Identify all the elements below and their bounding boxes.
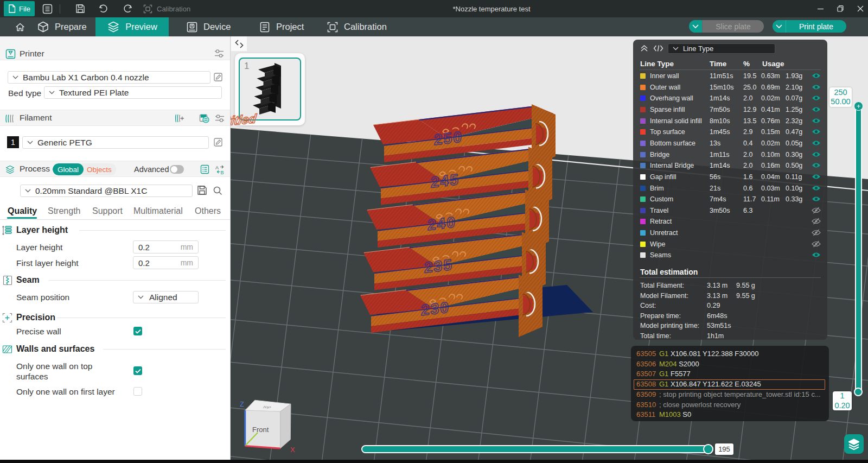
- filament-settings-icon[interactable]: [215, 114, 225, 123]
- bambu-studio-logo[interactable]: [844, 434, 864, 454]
- recent-files-icon[interactable]: [42, 4, 53, 16]
- line-type-visibility[interactable]: [812, 218, 821, 226]
- plate-thumbnail-card[interactable]: 1: [235, 53, 305, 125]
- print-plate-dropdown[interactable]: [773, 20, 786, 33]
- visibility-on-icon[interactable]: [812, 72, 821, 79]
- line-type-visibility[interactable]: [812, 128, 821, 137]
- one-wall-first-checkbox[interactable]: [133, 387, 142, 396]
- line-type-visibility[interactable]: [812, 162, 821, 170]
- filament-slot-number[interactable]: 1: [7, 136, 19, 148]
- seam-position-select[interactable]: Aligned: [133, 291, 199, 303]
- slice-plate-button[interactable]: Slice plate: [702, 20, 764, 33]
- tab-strength[interactable]: Strength: [48, 206, 80, 216]
- cube-front-label[interactable]: Front: [252, 426, 269, 434]
- layer-height-input[interactable]: 0.2 mm: [133, 240, 199, 253]
- line-type-visibility[interactable]: [812, 251, 821, 260]
- line-type-visibility[interactable]: [812, 106, 821, 115]
- filament-edit-icon[interactable]: [214, 137, 223, 147]
- printer-select[interactable]: Bambu Lab X1 Carbon 0.4 nozzle: [8, 71, 210, 84]
- gcode-line[interactable]: 63511 M1003 S0: [631, 410, 829, 421]
- visibility-off-icon[interactable]: [812, 207, 821, 214]
- filament-select[interactable]: Generic PETG: [22, 136, 209, 149]
- sidebar-collapse-button[interactable]: [231, 36, 247, 51]
- visibility-on-icon[interactable]: [812, 84, 821, 91]
- precise-wall-checkbox[interactable]: [133, 327, 142, 335]
- visibility-on-icon[interactable]: [812, 162, 821, 169]
- one-wall-top-checkbox[interactable]: [133, 366, 142, 375]
- home-button[interactable]: [13, 17, 27, 36]
- printer-edit-icon[interactable]: [214, 72, 223, 82]
- redo-icon[interactable]: [123, 4, 133, 16]
- visibility-off-icon[interactable]: [812, 229, 821, 236]
- first-layer-height-input[interactable]: 0.2 mm: [133, 256, 199, 269]
- line-type-visibility[interactable]: [812, 195, 821, 204]
- visibility-on-icon[interactable]: [812, 185, 821, 192]
- print-plate-button[interactable]: Print plate: [786, 20, 846, 33]
- gcode-line[interactable]: 63505 G1 X106.081 Y122.388 F30000: [631, 350, 829, 360]
- calibration-toolbar-button[interactable]: Calibration: [143, 0, 190, 17]
- line-type-visibility[interactable]: [812, 229, 821, 238]
- ams-settings-icon[interactable]: [199, 113, 209, 123]
- tab-preview[interactable]: Preview: [95, 17, 169, 36]
- visibility-on-icon[interactable]: [812, 139, 821, 147]
- gcode-view-icon[interactable]: [653, 45, 663, 52]
- advanced-toggle[interactable]: [170, 165, 184, 174]
- visibility-on-icon[interactable]: [812, 128, 821, 135]
- timeline-slider-handle[interactable]: [703, 444, 713, 454]
- bed-type-select[interactable]: Textured PEI Plate: [44, 86, 222, 99]
- line-type-visibility[interactable]: [812, 72, 821, 81]
- add-filament-icon[interactable]: [175, 114, 184, 123]
- minimize-button[interactable]: [810, 0, 830, 17]
- tab-quality[interactable]: Quality: [8, 206, 37, 216]
- save-icon[interactable]: [75, 4, 85, 16]
- file-menu-button[interactable]: File: [4, 1, 35, 16]
- line-type-visibility[interactable]: [812, 84, 821, 92]
- gcode-line[interactable]: 63506 M204 S2000: [631, 360, 829, 370]
- tab-project[interactable]: Project: [259, 17, 304, 36]
- line-type-visibility[interactable]: [812, 240, 821, 249]
- gcode-line[interactable]: 63507 G1 F5577: [631, 370, 829, 380]
- gcode-line[interactable]: 63508 G1 X106.847 Y121.622 E.03245: [631, 380, 829, 390]
- line-type-visibility[interactable]: [812, 94, 821, 103]
- tab-support[interactable]: Support: [92, 206, 123, 216]
- parameter-list-icon[interactable]: [200, 164, 209, 174]
- view-mode-select[interactable]: Line Type: [668, 43, 775, 54]
- process-preset-select[interactable]: 0.20mm Standard @BBL X1C: [20, 185, 193, 197]
- gcode-line[interactable]: 63510 ; close powerlost recovery: [631, 401, 829, 411]
- search-preset-icon[interactable]: [213, 186, 222, 195]
- visibility-on-icon[interactable]: [812, 106, 821, 113]
- visibility-on-icon[interactable]: [812, 151, 821, 158]
- tab-calibration[interactable]: Calibration: [327, 17, 387, 36]
- visibility-on-icon[interactable]: [812, 251, 821, 258]
- tab-others[interactable]: Others: [195, 206, 221, 216]
- compare-presets-icon[interactable]: AB: [215, 164, 225, 175]
- line-type-visibility[interactable]: [812, 207, 821, 215]
- close-button[interactable]: [851, 0, 868, 17]
- save-preset-icon[interactable]: [197, 185, 207, 195]
- line-type-visibility[interactable]: [812, 117, 821, 126]
- visibility-on-icon[interactable]: [812, 195, 821, 202]
- line-type-visibility[interactable]: [812, 139, 821, 148]
- line-type-visibility[interactable]: [812, 185, 821, 193]
- printer-settings-icon[interactable]: [214, 48, 224, 59]
- gcode-line[interactable]: 63509 ; stop printing object temperature…: [631, 390, 829, 401]
- visibility-off-icon[interactable]: [812, 240, 821, 248]
- line-type-visibility[interactable]: [812, 173, 821, 182]
- visibility-on-icon[interactable]: [812, 117, 821, 124]
- maximize-button[interactable]: [831, 0, 850, 17]
- visibility-on-icon[interactable]: [812, 94, 821, 102]
- tab-prepare[interactable]: Prepare: [37, 17, 87, 36]
- plate-thumbnail[interactable]: 1: [239, 58, 301, 120]
- collapse-panel-icon[interactable]: [640, 44, 648, 53]
- process-global-option[interactable]: Global: [53, 163, 84, 175]
- layer-slider-bottom-handle[interactable]: [854, 388, 863, 396]
- visibility-off-icon[interactable]: [812, 218, 821, 225]
- process-objects-option[interactable]: Objects: [84, 163, 116, 175]
- line-type-visibility[interactable]: [812, 151, 821, 160]
- layer-slider-top-handle[interactable]: +: [854, 102, 863, 111]
- visibility-on-icon[interactable]: [812, 173, 821, 180]
- tab-multimaterial[interactable]: Multimaterial: [133, 206, 183, 216]
- slice-plate-dropdown[interactable]: [689, 20, 702, 33]
- undo-icon[interactable]: [98, 4, 108, 16]
- tab-device[interactable]: Device: [186, 17, 231, 36]
